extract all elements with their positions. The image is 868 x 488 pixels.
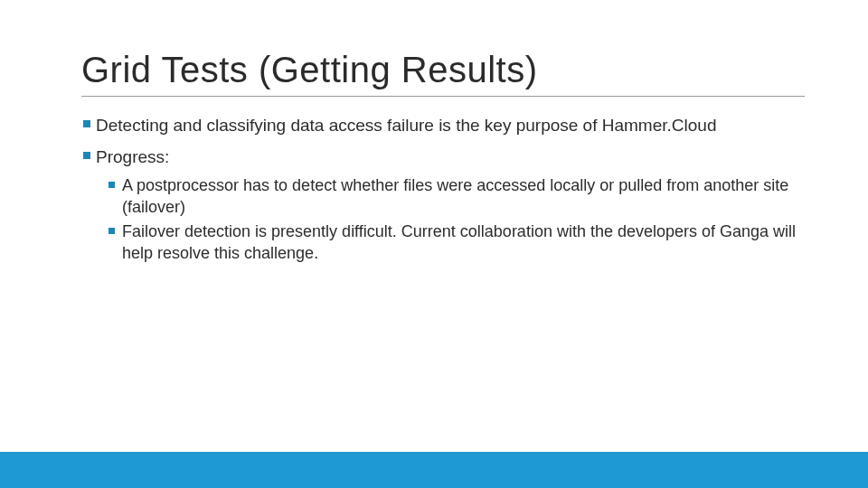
square-bullet-icon [83,120,90,127]
square-bullet-icon [108,182,115,188]
slide: Grid Tests (Getting Results) Detecting a… [0,0,868,488]
square-bullet-icon [83,152,90,159]
slide-title: Grid Tests (Getting Results) [81,50,805,97]
sub-bullet-item: A postprocessor has to detect whether fi… [81,175,805,218]
bullet-text: Detecting and classifying data access fa… [96,115,716,137]
square-bullet-icon [108,228,115,234]
bullet-text: Progress: [96,146,169,169]
bullet-item: Progress: [81,146,805,169]
sub-bullet-text: A postprocessor has to detect whether fi… [122,175,805,218]
footer-bar [0,452,868,488]
sub-bullet-text: Failover detection is presently difficul… [122,221,805,264]
bullet-item: Detecting and classifying data access fa… [81,115,805,137]
sub-bullet-item: Failover detection is presently difficul… [81,221,805,264]
